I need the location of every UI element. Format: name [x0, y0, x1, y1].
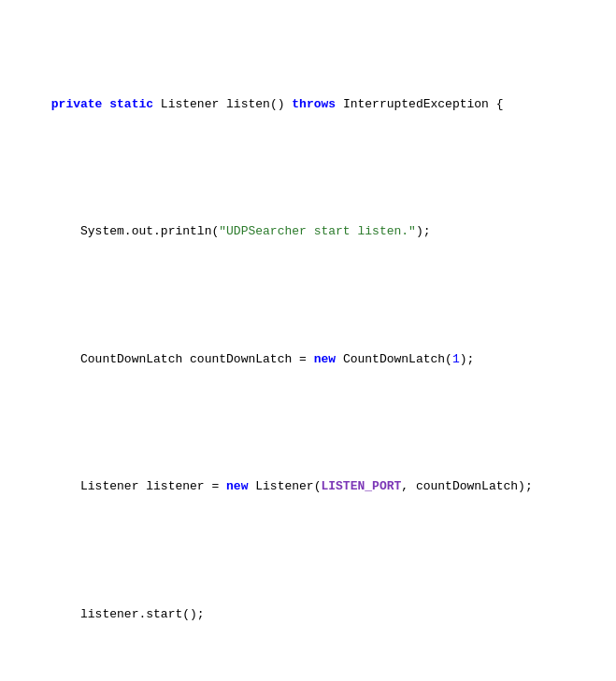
keyword-private: private [51, 97, 103, 111]
method-name: listen [226, 97, 270, 111]
code-editor: private static Listener listen() throws … [0, 0, 616, 681]
code-line: Listener listener = new Listener(LISTEN_… [0, 460, 616, 515]
keyword-throws: throws [292, 97, 336, 111]
number-literal: 1 [452, 352, 460, 366]
keyword-static: static [109, 97, 153, 111]
keyword-new: new [314, 352, 336, 366]
keyword-new2: new [226, 479, 248, 493]
constant-name: LISTEN_PORT [321, 479, 401, 493]
string-literal: "UDPSearcher start listen." [219, 224, 416, 238]
code-line: System.out.println("UDPSearcher start li… [0, 205, 616, 260]
code-line: CountDownLatch countDownLatch = new Coun… [0, 332, 616, 387]
code-line: listener.start(); [0, 587, 616, 642]
code-line: private static Listener listen() throws … [0, 77, 616, 132]
